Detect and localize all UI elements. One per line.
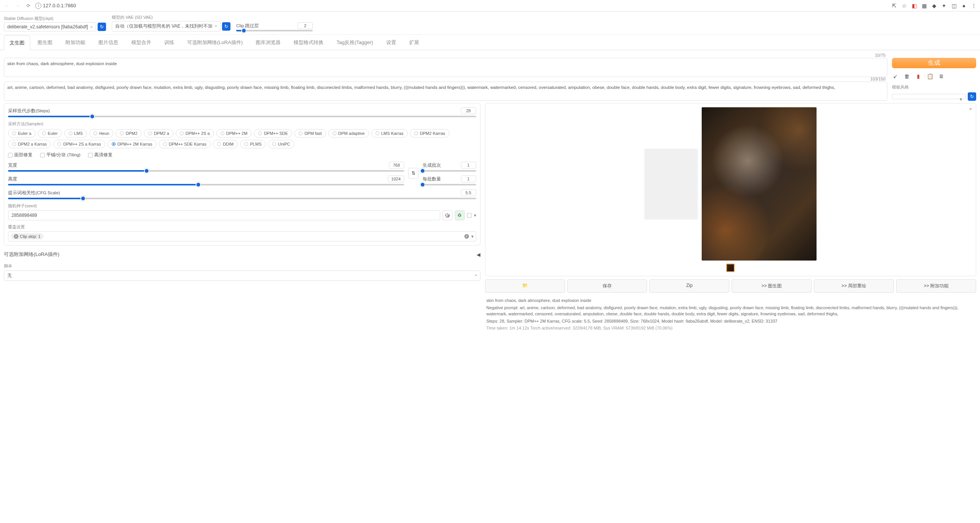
- ckpt-refresh-button[interactable]: ↻: [98, 23, 106, 31]
- sampler-option[interactable]: DPM2 Karras: [410, 129, 449, 138]
- sampler-option[interactable]: UniPC: [268, 140, 294, 148]
- profile-icon[interactable]: ●: [961, 3, 967, 9]
- clipboard-icon[interactable]: 📋: [926, 73, 933, 80]
- sampler-option[interactable]: Euler a: [8, 129, 36, 138]
- batch-size-slider[interactable]: [423, 184, 476, 185]
- override-tags[interactable]: × Clip skip: 1 × ▾: [8, 231, 476, 241]
- star-icon[interactable]: ☆: [901, 3, 907, 9]
- sampler-option[interactable]: DPM2: [116, 129, 142, 138]
- generate-button[interactable]: 生成: [892, 58, 976, 68]
- script-select[interactable]: 无: [4, 271, 480, 281]
- main-tabs: 文生图 图生图 附加功能 图片信息 模型合并 训练 可选附加网络(LoRA插件)…: [0, 35, 980, 50]
- prompt-positive[interactable]: 10/75 skin from chaos, dark atmosphere, …: [4, 58, 887, 77]
- prompt-negative[interactable]: 103/150 art, anime, cartoon, deformed, b…: [4, 82, 887, 101]
- send-extras-button[interactable]: >> 附加功能: [896, 279, 976, 293]
- cfg-slider[interactable]: [8, 198, 476, 199]
- reload-button[interactable]: ⟳: [24, 2, 32, 10]
- width-value[interactable]: 768: [389, 162, 404, 169]
- tags-dropdown-icon[interactable]: ▾: [471, 234, 474, 239]
- tab-extras[interactable]: 附加功能: [60, 35, 91, 50]
- styles-icon[interactable]: ▮: [915, 73, 922, 80]
- batch-count-slider[interactable]: [423, 170, 476, 172]
- save-button[interactable]: 保存: [567, 279, 647, 293]
- sampler-option[interactable]: DDIM: [213, 140, 238, 148]
- ext-icon-1[interactable]: ◧: [911, 3, 917, 9]
- seed-recycle-button[interactable]: ♻: [455, 210, 465, 220]
- tab-train[interactable]: 训练: [158, 35, 180, 50]
- lora-collapse[interactable]: 可选附加网络(LoRA插件) ◀: [4, 249, 480, 260]
- gallery-close-icon[interactable]: ×: [969, 107, 972, 112]
- forward-button[interactable]: →: [14, 2, 21, 10]
- batch-size-value[interactable]: 1: [461, 175, 476, 182]
- seed-expand-icon[interactable]: ▾: [474, 213, 476, 218]
- tags-clear-icon[interactable]: ×: [464, 234, 469, 239]
- tab-convert[interactable]: 模型格式转换: [288, 35, 329, 50]
- sampler-option[interactable]: DPM2 a Karras: [8, 140, 51, 148]
- face-restore-checkbox[interactable]: 面部修复: [8, 152, 33, 158]
- seed-extra-checkbox[interactable]: [467, 213, 472, 218]
- open-folder-button[interactable]: 📁: [485, 279, 565, 293]
- share-icon[interactable]: ⇱: [891, 3, 897, 9]
- steps-value[interactable]: 28: [461, 107, 476, 114]
- seed-dice-button[interactable]: 🎲: [443, 210, 452, 220]
- tab-pnginfo[interactable]: 图片信息: [93, 35, 124, 50]
- tab-settings[interactable]: 设置: [381, 35, 402, 50]
- sampler-option[interactable]: DPM++ 2S a: [176, 129, 214, 138]
- clip-skip-value[interactable]: 2: [297, 22, 313, 29]
- send-img2img-button[interactable]: >> 图生图: [732, 279, 812, 293]
- vae-select[interactable]: 自动（仅加载与模型同名的 VAE，未找到时不加: [112, 21, 220, 31]
- style-select[interactable]: ▾: [892, 94, 965, 99]
- ckpt-select[interactable]: deliberate_v2.safetensors [9aba26abdf]: [4, 22, 96, 31]
- panel-icon[interactable]: ◫: [951, 3, 957, 9]
- cfg-value[interactable]: 5.5: [461, 189, 476, 196]
- send-inpaint-button[interactable]: >> 局部重绘: [814, 279, 894, 293]
- sampler-option[interactable]: DPM++ 2S a Karras: [53, 140, 105, 148]
- gallery-thumbnail[interactable]: [726, 264, 735, 272]
- sampler-option[interactable]: PLMS: [240, 140, 266, 148]
- zip-button[interactable]: Zip: [649, 279, 729, 293]
- hires-checkbox[interactable]: 高清修复: [88, 152, 113, 158]
- trash-icon[interactable]: 🗑: [903, 73, 910, 80]
- tag-remove-icon[interactable]: ×: [14, 234, 18, 239]
- tiling-checkbox[interactable]: 平铺/分块 (Tiling): [40, 152, 80, 158]
- height-value[interactable]: 1024: [388, 175, 404, 182]
- back-button[interactable]: ←: [3, 2, 11, 10]
- tab-extensions[interactable]: 扩展: [403, 35, 425, 50]
- tab-lora[interactable]: 可选附加网络(LoRA插件): [181, 35, 248, 50]
- batch-count-value[interactable]: 1: [461, 162, 476, 169]
- tab-merge[interactable]: 模型合并: [126, 35, 157, 50]
- sampler-option[interactable]: DPM++ SDE: [254, 129, 292, 138]
- vae-refresh-button[interactable]: ↻: [222, 22, 230, 31]
- sampler-option[interactable]: Euler: [38, 129, 62, 138]
- sampler-option[interactable]: DPM++ SDE Karras: [159, 140, 211, 148]
- generated-image[interactable]: [702, 107, 817, 261]
- seed-input[interactable]: 2858898489: [8, 210, 440, 220]
- address-bar[interactable]: i 127.0.0.1:7860: [35, 3, 76, 9]
- clip-skip-tag[interactable]: × Clip skip: 1: [11, 233, 44, 239]
- sampler-option[interactable]: DPM fast: [294, 129, 326, 138]
- steps-slider[interactable]: [8, 116, 476, 117]
- tab-gallery[interactable]: 图库浏览器: [250, 35, 286, 50]
- sampler-option[interactable]: DPM++ 2M: [216, 129, 252, 138]
- file-icon[interactable]: 🗎: [938, 73, 945, 80]
- style-refresh-button[interactable]: ↻: [968, 92, 976, 101]
- tab-img2img[interactable]: 图生图: [32, 35, 58, 50]
- height-slider[interactable]: [8, 184, 404, 185]
- tab-txt2img[interactable]: 文生图: [4, 35, 30, 50]
- clip-skip-slider[interactable]: [236, 30, 313, 31]
- tab-tagger[interactable]: Tag反推(Tagger): [331, 35, 379, 50]
- ext-icon-2[interactable]: ▦: [921, 3, 927, 9]
- sampler-label: 采样方法(Sampler): [8, 121, 476, 127]
- sampler-option[interactable]: DPM adaptive: [328, 129, 369, 138]
- sampler-option[interactable]: Heun: [89, 129, 113, 138]
- sampler-option[interactable]: DPM++ 2M Karras: [108, 140, 157, 148]
- sampler-option[interactable]: LMS: [64, 129, 87, 138]
- sampler-option[interactable]: LMS Karras: [371, 129, 408, 138]
- paste-icon[interactable]: ↙: [892, 73, 899, 80]
- extensions-icon[interactable]: ✦: [941, 3, 947, 9]
- sampler-option[interactable]: DPM2 a: [144, 129, 173, 138]
- swap-wh-button[interactable]: ⇅: [408, 168, 419, 179]
- menu-icon[interactable]: ⋮: [971, 3, 977, 9]
- ext-icon-3[interactable]: ◆: [931, 3, 937, 9]
- width-slider[interactable]: [8, 170, 404, 172]
